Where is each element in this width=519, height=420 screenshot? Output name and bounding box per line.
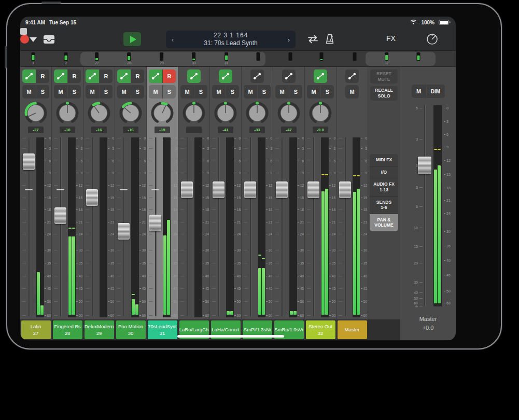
mute-button[interactable]: M (275, 85, 289, 99)
automation-button[interactable] (219, 69, 232, 83)
ruler-track-meter[interactable]: 32 (385, 52, 389, 65)
ruler-track-meter[interactable] (288, 52, 292, 61)
ruler-track-meter[interactable]: 27 (95, 52, 99, 65)
pan-knob[interactable] (87, 101, 111, 125)
previous-track-chevron[interactable]: ‹ (166, 36, 179, 44)
lcd-display[interactable]: ‹ 22 3 1 164 31: 70s Lead Synth › (166, 31, 296, 48)
solo-button[interactable]: S (320, 85, 334, 99)
fader-cap[interactable] (213, 181, 225, 198)
solo-button[interactable]: S (67, 85, 81, 99)
master-dim-button[interactable]: DIM (426, 85, 445, 98)
view-button-i-o[interactable]: I/O (370, 166, 398, 178)
horizontal-scroll-indicator[interactable] (177, 335, 284, 338)
record-enable-button[interactable]: R (162, 69, 176, 83)
track-name-chip[interactable]: Master (338, 320, 367, 339)
play-button[interactable] (123, 32, 141, 46)
record-enable-button[interactable]: R (99, 69, 113, 83)
mute-button[interactable]: M (86, 85, 99, 99)
master-fader-cap[interactable] (418, 157, 431, 174)
ruler-track-meter[interactable]: 31 (224, 52, 228, 65)
ruler-track-meter[interactable] (353, 52, 357, 61)
record-enable-button[interactable]: R (67, 69, 81, 83)
solo-button[interactable]: S (162, 85, 176, 99)
record-enable-button[interactable]: R (131, 69, 144, 83)
mute-button[interactable]: M (149, 85, 162, 99)
pan-knob[interactable] (150, 101, 175, 125)
automation-button[interactable] (187, 69, 201, 83)
track-name-chip[interactable]: Stereo Out32 (306, 320, 335, 339)
ruler-track-meter[interactable]: 2 (64, 52, 68, 65)
fx-button[interactable]: FX (382, 34, 400, 43)
automation-button[interactable] (149, 69, 162, 83)
mute-button[interactable]: M (212, 85, 226, 99)
recall-solo-button[interactable]: RECALLSOLO (370, 86, 398, 100)
track-name-chip[interactable]: DeluxModern29 (85, 320, 114, 339)
mute-button[interactable]: M (345, 85, 359, 99)
solo-button[interactable]: S (289, 85, 302, 99)
mute-button[interactable]: M (244, 85, 257, 99)
ruler-track-meter[interactable]: 1 (32, 52, 35, 65)
pan-knob[interactable] (276, 101, 301, 125)
track-name-chip[interactable]: Pno Motion30 (116, 320, 146, 339)
pan-knob[interactable] (308, 101, 333, 125)
ruler-track-meter[interactable]: 29 (160, 52, 164, 65)
solo-button[interactable]: S (257, 85, 271, 99)
metronome-icon[interactable] (324, 33, 335, 45)
reset-mute-button[interactable]: RESETMUTE (370, 69, 398, 83)
fader-cap[interactable] (307, 181, 319, 198)
ruler-track-meter[interactable] (416, 52, 420, 61)
fader-cap[interactable] (181, 181, 193, 198)
master-mute-button[interactable]: M (412, 85, 426, 98)
automation-button[interactable] (22, 69, 36, 83)
disclosure-chevron-icon[interactable] (30, 37, 37, 42)
solo-button[interactable]: S (226, 85, 239, 99)
track-overview-ruler[interactable]: 12272829303132 (20, 51, 456, 67)
cycle-icon[interactable] (306, 34, 319, 45)
automation-button[interactable] (345, 69, 359, 83)
solo-button[interactable]: S (36, 85, 49, 99)
ruler-track-meter[interactable]: 30 (191, 52, 195, 65)
pan-knob[interactable] (118, 101, 143, 125)
view-button-sends[interactable]: SENDS1-6 (370, 196, 398, 214)
pan-knob[interactable] (245, 101, 270, 125)
settings-dial-icon[interactable] (426, 33, 439, 46)
automation-button[interactable] (117, 69, 131, 83)
record-button[interactable] (20, 35, 29, 44)
view-button-audio-fx[interactable]: AUDIO FX1-13 (370, 178, 398, 195)
fader-cap[interactable] (276, 181, 288, 198)
fader-cap[interactable] (54, 207, 66, 224)
view-button-midi-fx[interactable]: MIDI FX (370, 154, 398, 166)
track-name-chip[interactable]: 70sLeadSynt31 (148, 320, 177, 339)
mute-button[interactable]: M (117, 85, 131, 99)
fader-cap[interactable] (149, 215, 161, 231)
view-button-pan-[interactable]: PAN &VOLUME (370, 214, 398, 231)
pan-knob[interactable] (55, 101, 80, 125)
pan-knob[interactable] (181, 101, 206, 125)
fader-cap[interactable] (244, 181, 256, 198)
mute-button[interactable]: M (307, 85, 320, 99)
automation-button[interactable] (314, 69, 327, 83)
fader-cap[interactable] (118, 223, 130, 240)
solo-button[interactable]: S (99, 85, 113, 99)
record-enable-button[interactable]: R (36, 69, 49, 83)
stop-button[interactable] (20, 28, 27, 35)
solo-button[interactable]: S (194, 85, 207, 99)
project-tray-icon[interactable] (43, 34, 55, 45)
ruler-track-meter[interactable] (320, 52, 324, 61)
next-track-chevron[interactable]: › (282, 36, 296, 44)
automation-button[interactable] (282, 69, 296, 83)
mute-button[interactable]: M (54, 85, 67, 99)
track-name-chip[interactable]: Latin27 (21, 320, 51, 339)
mute-button[interactable]: M (180, 85, 194, 99)
pan-knob[interactable] (213, 101, 238, 125)
mute-button[interactable]: M (22, 85, 36, 99)
automation-button[interactable] (86, 69, 99, 83)
ruler-track-meter[interactable] (256, 52, 260, 61)
automation-button[interactable] (54, 69, 67, 83)
fader-cap[interactable] (86, 189, 98, 206)
solo-button[interactable]: S (131, 85, 144, 99)
ruler-track-meter[interactable]: 28 (127, 52, 131, 65)
automation-button[interactable] (250, 69, 264, 83)
track-name-chip[interactable]: Fingered Bs28 (53, 320, 82, 339)
fader-cap[interactable] (339, 181, 351, 198)
